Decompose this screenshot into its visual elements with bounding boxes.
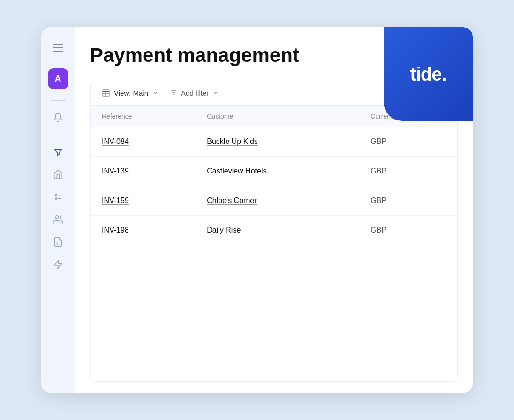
cell-customer[interactable]: Chloe's Corner: [196, 186, 359, 216]
menu-icon[interactable]: [49, 38, 68, 57]
cell-currency: GBP: [359, 216, 457, 245]
table-row: INV-139 Castleview Hotels GBP: [91, 157, 457, 186]
payments-table: Reference Customer Currency INV-084 Buck…: [91, 106, 457, 245]
col-reference: Reference: [91, 106, 196, 127]
table-icon: [102, 89, 110, 97]
cell-reference[interactable]: INV-159: [91, 186, 196, 216]
document-icon[interactable]: £: [49, 232, 68, 251]
cell-customer[interactable]: Buckle Up Kids: [196, 127, 359, 157]
avatar[interactable]: A: [48, 68, 68, 89]
sidebar-divider-2: [51, 135, 66, 135]
table-row: INV-159 Chloe's Corner GBP: [91, 186, 457, 216]
cell-customer[interactable]: Castleview Hotels: [196, 157, 359, 186]
tide-logo-text: tide.: [410, 64, 446, 85]
cell-reference[interactable]: INV-198: [91, 216, 196, 245]
cell-reference[interactable]: INV-084: [91, 127, 196, 157]
app-container: tide. A: [41, 27, 473, 393]
cell-currency: GBP: [359, 157, 457, 186]
filter-active-icon[interactable]: [49, 142, 68, 161]
tide-logo-badge: tide.: [384, 27, 473, 121]
cell-reference[interactable]: INV-139: [91, 157, 196, 186]
cell-currency: GBP: [359, 186, 457, 216]
sidebar: A: [41, 27, 75, 393]
add-filter-button[interactable]: Add filter: [170, 89, 219, 97]
bell-icon[interactable]: [49, 108, 68, 127]
home-icon[interactable]: [49, 165, 68, 184]
svg-marker-6: [54, 260, 62, 269]
filter-label: Add filter: [181, 89, 209, 97]
svg-text:£: £: [56, 241, 58, 246]
svg-point-0: [55, 195, 57, 196]
cell-currency: GBP: [359, 127, 457, 157]
table-row: INV-084 Buckle Up Kids GBP: [91, 127, 457, 157]
col-customer: Customer: [196, 106, 359, 127]
cell-customer[interactable]: Daily Rise: [196, 216, 359, 245]
svg-rect-7: [103, 90, 109, 96]
chevron-down-icon-filter: [212, 90, 219, 96]
table-row: INV-198 Daily Rise GBP: [91, 216, 457, 245]
table-container: View: Main Add filter: [90, 80, 458, 382]
svg-point-2: [55, 198, 57, 200]
filter-lines-icon: [170, 89, 177, 97]
list-check-icon[interactable]: [49, 188, 68, 206]
sidebar-divider-1: [51, 100, 66, 101]
lightning-icon[interactable]: [49, 255, 68, 274]
view-label: View: Main: [114, 89, 148, 97]
chevron-down-icon: [152, 90, 159, 96]
view-selector[interactable]: View: Main: [102, 89, 159, 97]
svg-point-4: [55, 216, 58, 219]
users-icon[interactable]: [49, 210, 68, 229]
